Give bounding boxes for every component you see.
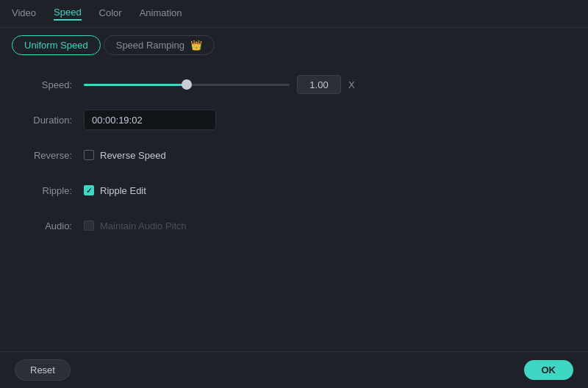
duration-input[interactable] [84,109,216,130]
duration-label: Duration: [18,115,84,126]
reverse-check-text: Reverse Speed [100,150,166,161]
ok-button[interactable]: OK [524,360,574,380]
tab-video[interactable]: Video [12,7,36,20]
ripple-check-text: Ripple Edit [100,185,146,196]
audio-row: Audio: Maintain Audio Pitch [18,215,570,236]
audio-label: Audio: [18,220,84,231]
subtab-speed-ramping-label: Speed Ramping [116,40,184,51]
crown-icon: 👑 [190,40,202,51]
bottom-bar: Reset OK [0,351,588,388]
subtab-speed-ramping[interactable]: Speed Ramping 👑 [104,35,215,55]
ripple-row: Ripple: Ripple Edit [18,180,570,201]
speed-x-label: X [348,79,355,90]
main-content: Speed: X Duration: Reverse: Reverse Spee… [0,62,588,262]
speed-slider-container: X [84,75,570,94]
ripple-checkbox-label[interactable]: Ripple Edit [84,185,146,196]
reset-button[interactable]: Reset [15,359,71,381]
tab-animation[interactable]: Animation [140,7,182,20]
audio-checkbox[interactable] [84,220,94,231]
speed-slider-track[interactable] [84,84,290,86]
speed-label: Speed: [18,79,84,90]
reverse-row: Reverse: Reverse Speed [18,145,570,165]
speed-slider-thumb[interactable] [182,79,192,90]
ripple-label: Ripple: [18,185,84,196]
duration-row: Duration: [18,109,570,130]
tab-color[interactable]: Color [99,7,122,20]
reverse-checkbox[interactable] [84,150,94,160]
speed-input[interactable] [297,75,341,94]
tab-speed[interactable]: Speed [54,7,82,21]
speed-slider-fill [84,84,187,86]
sub-tabs: Uniform Speed Speed Ramping 👑 [0,28,588,62]
ripple-checkbox[interactable] [84,185,94,195]
subtab-uniform-speed[interactable]: Uniform Speed [12,35,101,55]
reverse-label: Reverse: [18,150,84,161]
audio-check-text: Maintain Audio Pitch [100,220,187,231]
speed-row: Speed: X [18,74,570,95]
audio-checkbox-label: Maintain Audio Pitch [84,220,187,231]
reverse-checkbox-label[interactable]: Reverse Speed [84,150,166,161]
top-nav: Video Speed Color Animation [0,0,588,28]
